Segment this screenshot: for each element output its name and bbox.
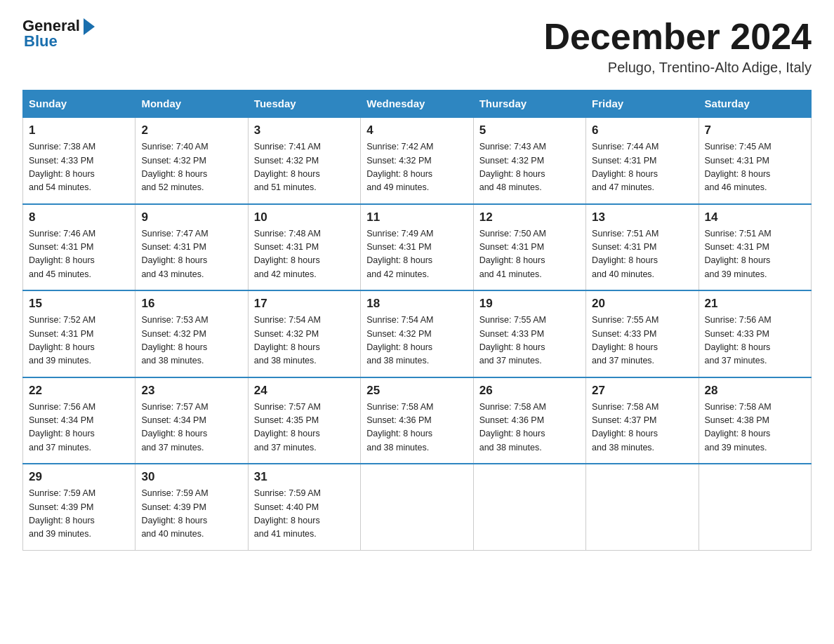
- day-info: Sunrise: 7:58 AMSunset: 4:36 PMDaylight:…: [479, 401, 580, 455]
- day-info: Sunrise: 7:58 AMSunset: 4:38 PMDaylight:…: [705, 401, 805, 455]
- calendar-cell: 7 Sunrise: 7:45 AMSunset: 4:31 PMDayligh…: [699, 117, 811, 204]
- calendar-cell: 12 Sunrise: 7:50 AMSunset: 4:31 PMDaylig…: [473, 204, 585, 291]
- day-info: Sunrise: 7:59 AMSunset: 4:40 PMDaylight:…: [254, 487, 355, 542]
- calendar-cell: 8 Sunrise: 7:46 AMSunset: 4:31 PMDayligh…: [23, 204, 135, 291]
- day-number: 14: [705, 210, 805, 224]
- day-number: 24: [254, 384, 355, 398]
- calendar-cell: 11 Sunrise: 7:49 AMSunset: 4:31 PMDaylig…: [361, 204, 473, 291]
- day-number: 8: [29, 210, 129, 224]
- calendar-cell: 19 Sunrise: 7:55 AMSunset: 4:33 PMDaylig…: [473, 290, 585, 377]
- day-info: Sunrise: 7:41 AMSunset: 4:32 PMDaylight:…: [254, 140, 355, 195]
- calendar-cell: 24 Sunrise: 7:57 AMSunset: 4:35 PMDaylig…: [248, 377, 360, 464]
- day-info: Sunrise: 7:40 AMSunset: 4:32 PMDaylight:…: [141, 140, 241, 195]
- calendar-body: 1 Sunrise: 7:38 AMSunset: 4:33 PMDayligh…: [23, 117, 812, 550]
- calendar-week-row: 22 Sunrise: 7:56 AMSunset: 4:34 PMDaylig…: [23, 377, 812, 464]
- day-number: 3: [254, 123, 355, 137]
- calendar-cell: [361, 464, 473, 550]
- calendar-cell: 27 Sunrise: 7:58 AMSunset: 4:37 PMDaylig…: [586, 377, 699, 464]
- calendar-week-row: 8 Sunrise: 7:46 AMSunset: 4:31 PMDayligh…: [23, 204, 812, 291]
- calendar-cell: 23 Sunrise: 7:57 AMSunset: 4:34 PMDaylig…: [135, 377, 248, 464]
- day-info: Sunrise: 7:57 AMSunset: 4:34 PMDaylight:…: [141, 401, 241, 455]
- calendar-cell: 2 Sunrise: 7:40 AMSunset: 4:32 PMDayligh…: [135, 117, 248, 204]
- day-number: 1: [29, 123, 129, 137]
- day-number: 29: [29, 470, 129, 484]
- calendar-cell: 25 Sunrise: 7:58 AMSunset: 4:36 PMDaylig…: [361, 377, 473, 464]
- day-number: 31: [254, 470, 355, 484]
- month-title: December 2024: [543, 17, 812, 57]
- calendar-cell: 16 Sunrise: 7:53 AMSunset: 4:32 PMDaylig…: [135, 290, 248, 377]
- calendar-cell: 31 Sunrise: 7:59 AMSunset: 4:40 PMDaylig…: [248, 464, 360, 550]
- calendar-cell: 5 Sunrise: 7:43 AMSunset: 4:32 PMDayligh…: [473, 117, 585, 204]
- calendar-cell: [586, 464, 699, 550]
- day-number: 28: [705, 384, 805, 398]
- calendar-cell: 18 Sunrise: 7:54 AMSunset: 4:32 PMDaylig…: [361, 290, 473, 377]
- calendar-cell: 6 Sunrise: 7:44 AMSunset: 4:31 PMDayligh…: [586, 117, 699, 204]
- calendar-week-row: 1 Sunrise: 7:38 AMSunset: 4:33 PMDayligh…: [23, 117, 812, 204]
- day-number: 19: [479, 297, 580, 311]
- day-number: 22: [29, 384, 129, 398]
- day-info: Sunrise: 7:50 AMSunset: 4:31 PMDaylight:…: [479, 227, 580, 282]
- location-subtitle: Pelugo, Trentino-Alto Adige, Italy: [543, 60, 812, 76]
- day-info: Sunrise: 7:54 AMSunset: 4:32 PMDaylight:…: [366, 314, 467, 368]
- calendar-cell: 22 Sunrise: 7:56 AMSunset: 4:34 PMDaylig…: [23, 377, 135, 464]
- day-info: Sunrise: 7:51 AMSunset: 4:31 PMDaylight:…: [592, 227, 692, 282]
- calendar-cell: 4 Sunrise: 7:42 AMSunset: 4:32 PMDayligh…: [361, 117, 473, 204]
- day-number: 30: [141, 470, 241, 484]
- day-info: Sunrise: 7:49 AMSunset: 4:31 PMDaylight:…: [366, 227, 467, 282]
- day-number: 20: [592, 297, 692, 311]
- calendar-cell: 20 Sunrise: 7:55 AMSunset: 4:33 PMDaylig…: [586, 290, 699, 377]
- day-info: Sunrise: 7:57 AMSunset: 4:35 PMDaylight:…: [254, 401, 355, 455]
- day-number: 18: [366, 297, 467, 311]
- day-info: Sunrise: 7:58 AMSunset: 4:37 PMDaylight:…: [592, 401, 692, 455]
- day-header-monday: Monday: [135, 90, 248, 118]
- day-number: 11: [366, 210, 467, 224]
- day-info: Sunrise: 7:54 AMSunset: 4:32 PMDaylight:…: [254, 314, 355, 368]
- day-number: 10: [254, 210, 355, 224]
- calendar-cell: 21 Sunrise: 7:56 AMSunset: 4:33 PMDaylig…: [699, 290, 811, 377]
- day-header-friday: Friday: [586, 90, 699, 118]
- day-number: 4: [366, 123, 467, 137]
- day-info: Sunrise: 7:55 AMSunset: 4:33 PMDaylight:…: [592, 314, 692, 368]
- day-info: Sunrise: 7:51 AMSunset: 4:31 PMDaylight:…: [705, 227, 805, 282]
- calendar-cell: 13 Sunrise: 7:51 AMSunset: 4:31 PMDaylig…: [586, 204, 699, 291]
- day-header-saturday: Saturday: [699, 90, 811, 118]
- day-number: 6: [592, 123, 692, 137]
- day-info: Sunrise: 7:47 AMSunset: 4:31 PMDaylight:…: [141, 227, 241, 282]
- day-number: 17: [254, 297, 355, 311]
- day-header-sunday: Sunday: [23, 90, 135, 118]
- day-info: Sunrise: 7:56 AMSunset: 4:33 PMDaylight:…: [705, 314, 805, 368]
- day-number: 2: [141, 123, 241, 137]
- day-number: 27: [592, 384, 692, 398]
- day-info: Sunrise: 7:38 AMSunset: 4:33 PMDaylight:…: [29, 140, 129, 195]
- day-info: Sunrise: 7:48 AMSunset: 4:31 PMDaylight:…: [254, 227, 355, 282]
- day-number: 16: [141, 297, 241, 311]
- title-block: December 2024 Pelugo, Trentino-Alto Adig…: [543, 17, 812, 76]
- calendar-cell: 30 Sunrise: 7:59 AMSunset: 4:39 PMDaylig…: [135, 464, 248, 550]
- day-number: 13: [592, 210, 692, 224]
- logo-blue-text: Blue: [24, 32, 58, 51]
- calendar-cell: 15 Sunrise: 7:52 AMSunset: 4:31 PMDaylig…: [23, 290, 135, 377]
- day-number: 7: [705, 123, 805, 137]
- day-number: 15: [29, 297, 129, 311]
- day-info: Sunrise: 7:55 AMSunset: 4:33 PMDaylight:…: [479, 314, 580, 368]
- calendar-table: SundayMondayTuesdayWednesdayThursdayFrid…: [22, 90, 812, 551]
- calendar-cell: [473, 464, 585, 550]
- calendar-header: SundayMondayTuesdayWednesdayThursdayFrid…: [23, 90, 812, 118]
- day-info: Sunrise: 7:52 AMSunset: 4:31 PMDaylight:…: [29, 314, 129, 368]
- day-info: Sunrise: 7:53 AMSunset: 4:32 PMDaylight:…: [141, 314, 241, 368]
- day-info: Sunrise: 7:59 AMSunset: 4:39 PMDaylight:…: [29, 487, 129, 542]
- day-info: Sunrise: 7:58 AMSunset: 4:36 PMDaylight:…: [366, 401, 467, 455]
- calendar-cell: 3 Sunrise: 7:41 AMSunset: 4:32 PMDayligh…: [248, 117, 360, 204]
- day-info: Sunrise: 7:46 AMSunset: 4:31 PMDaylight:…: [29, 227, 129, 282]
- logo-arrow-icon: [84, 18, 95, 35]
- day-info: Sunrise: 7:43 AMSunset: 4:32 PMDaylight:…: [479, 140, 580, 195]
- logo: General Blue: [22, 17, 95, 51]
- calendar-cell: [699, 464, 811, 550]
- day-header-tuesday: Tuesday: [248, 90, 360, 118]
- calendar-cell: 26 Sunrise: 7:58 AMSunset: 4:36 PMDaylig…: [473, 377, 585, 464]
- day-number: 9: [141, 210, 241, 224]
- day-header-row: SundayMondayTuesdayWednesdayThursdayFrid…: [23, 90, 812, 118]
- day-info: Sunrise: 7:59 AMSunset: 4:39 PMDaylight:…: [141, 487, 241, 542]
- calendar-cell: 9 Sunrise: 7:47 AMSunset: 4:31 PMDayligh…: [135, 204, 248, 291]
- calendar-week-row: 15 Sunrise: 7:52 AMSunset: 4:31 PMDaylig…: [23, 290, 812, 377]
